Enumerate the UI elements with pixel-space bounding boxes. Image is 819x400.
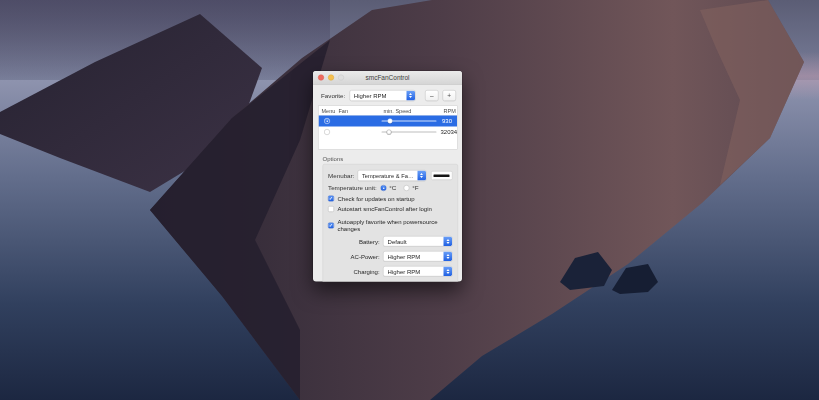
menubar-color-preview: [434, 174, 450, 177]
charging-label: Charging:: [328, 268, 380, 275]
smcfancontrol-window: smcFanControl Favorite: Higher RPM – + M…: [313, 71, 462, 282]
column-header-rpm: RPM: [441, 108, 458, 114]
fan-table: Menu Fan min. Speed RPM 930 32034: [318, 106, 458, 150]
charging-popup-value: Higher RPM: [388, 268, 431, 275]
battery-popup-value: Default: [388, 238, 417, 245]
menubar-color-well[interactable]: [431, 171, 453, 180]
menubar-popup-value: Temperature & Fansp…: [362, 173, 426, 179]
menubar-row: Menubar: Temperature & Fansp…: [328, 170, 453, 181]
check-updates-label: Check for updates on startup: [338, 195, 415, 202]
table-row[interactable]: 930: [319, 116, 458, 127]
charging-row: Charging: Higher RPM: [328, 266, 453, 277]
menu-radio[interactable]: [324, 118, 330, 124]
fahrenheit-label: °F: [412, 185, 418, 192]
options-groupbox: Menubar: Temperature & Fansp… Temperatur…: [323, 164, 459, 282]
minus-icon: –: [430, 92, 434, 100]
temperature-unit-row: Temperature unit: °C °F: [328, 185, 453, 192]
traffic-lights: [318, 75, 344, 81]
popup-stepper-icon: [417, 171, 426, 181]
battery-label: Battery:: [328, 238, 380, 245]
column-header-fan: Fan: [336, 108, 381, 114]
popup-stepper-icon: [406, 91, 415, 101]
add-favorite-button[interactable]: +: [443, 90, 457, 101]
celsius-radio[interactable]: [381, 185, 387, 191]
battery-popup[interactable]: Default: [383, 236, 452, 247]
ac-power-popup-value: Higher RPM: [388, 253, 431, 260]
options-section-label: Options: [323, 156, 463, 163]
autostart-label: Autostart smcFanControl after login: [338, 206, 432, 213]
slider-thumb[interactable]: [386, 130, 391, 135]
min-speed-slider[interactable]: [382, 118, 437, 124]
zoom-button-disabled: [338, 75, 344, 81]
plus-icon: +: [447, 92, 451, 100]
menubar-popup[interactable]: Temperature & Fansp…: [357, 170, 426, 181]
battery-row: Battery: Default: [328, 236, 453, 247]
popup-stepper-icon: [444, 252, 453, 262]
charging-popup[interactable]: Higher RPM: [383, 266, 452, 277]
favorite-popup[interactable]: Higher RPM: [349, 90, 415, 101]
titlebar[interactable]: smcFanControl: [313, 71, 462, 85]
menubar-label: Menubar:: [328, 172, 354, 179]
favorite-popup-value: Higher RPM: [354, 92, 397, 99]
popup-stepper-icon: [444, 267, 453, 277]
ac-power-popup[interactable]: Higher RPM: [383, 251, 452, 262]
table-row[interactable]: 32034: [319, 127, 458, 138]
fan-table-header: Menu Fan min. Speed RPM: [319, 106, 458, 116]
menu-radio[interactable]: [324, 129, 330, 135]
rpm-value: 32034: [441, 129, 458, 136]
popup-stepper-icon: [444, 237, 453, 247]
autoapply-checkbox[interactable]: [328, 223, 334, 229]
fahrenheit-radio[interactable]: [404, 185, 410, 191]
min-speed-slider[interactable]: [382, 129, 437, 135]
ac-power-row: AC-Power: Higher RPM: [328, 251, 453, 262]
favorite-label: Favorite:: [321, 92, 345, 99]
minimize-button[interactable]: [328, 75, 334, 81]
close-button[interactable]: [318, 75, 324, 81]
check-updates-checkbox[interactable]: [328, 196, 334, 202]
autoapply-row[interactable]: Autoapply favorite when powersource chan…: [328, 219, 453, 233]
check-updates-row[interactable]: Check for updates on startup: [328, 195, 453, 202]
temperature-unit-label: Temperature unit:: [328, 185, 377, 192]
celsius-label: °C: [389, 185, 396, 192]
remove-favorite-button[interactable]: –: [425, 90, 439, 101]
slider-thumb[interactable]: [388, 119, 393, 124]
autostart-row[interactable]: Autostart smcFanControl after login: [328, 206, 453, 213]
ac-power-label: AC-Power:: [328, 253, 380, 260]
favorite-row: Favorite: Higher RPM – +: [313, 85, 462, 106]
temperature-unit-radios: °C °F: [381, 185, 419, 192]
autoapply-label: Autoapply favorite when powersource chan…: [338, 219, 453, 233]
column-header-min-speed: min. Speed: [381, 108, 441, 114]
rpm-value: 930: [441, 118, 458, 125]
autostart-checkbox[interactable]: [328, 206, 334, 212]
column-header-menu: Menu: [319, 108, 336, 114]
